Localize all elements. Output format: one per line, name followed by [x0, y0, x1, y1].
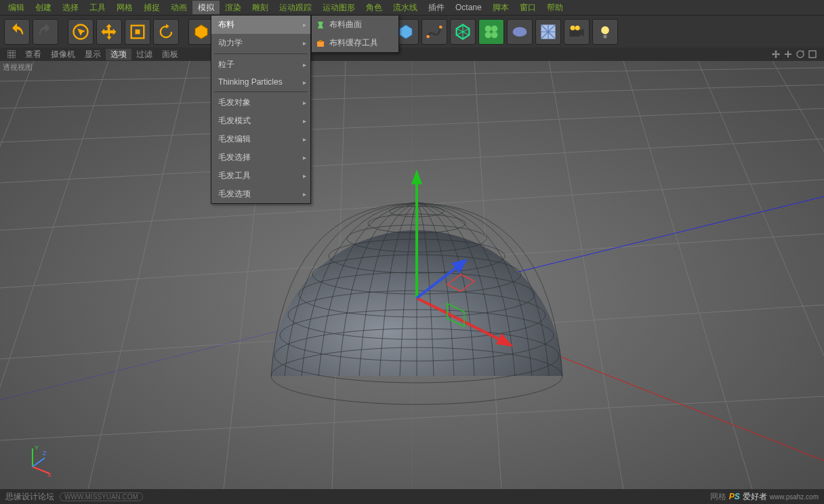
menu-plugins[interactable]: 插件 — [423, 1, 450, 14]
svg-point-18 — [575, 25, 580, 30]
zoom-view-icon[interactable] — [783, 49, 793, 59]
dd-hair-options[interactable]: 毛发选项 — [211, 185, 310, 203]
svg-point-14 — [513, 27, 527, 37]
move-tool[interactable] — [96, 19, 122, 45]
dd-hair-mode[interactable]: 毛发模式 — [211, 112, 310, 130]
svg-point-13 — [491, 32, 497, 38]
viewport-view[interactable]: 查看 — [20, 49, 46, 60]
menu-snap[interactable]: 捕捉 — [138, 1, 165, 14]
svg-point-12 — [485, 32, 491, 38]
dd-hair-objects[interactable]: 毛发对象 — [211, 93, 310, 112]
dd-separator — [214, 54, 308, 54]
dd-separator — [214, 91, 308, 92]
menu-sculpt[interactable]: 雕刻 — [247, 1, 274, 14]
navigation-gizmo[interactable]: Y X Z — [19, 443, 53, 477]
viewport-options[interactable]: 选项 — [106, 49, 131, 60]
dd-particles[interactable]: 粒子 — [211, 56, 310, 74]
footer-bar: 思缘设计论坛 WWW.MISSYUAN.COM 网格 PS 爱好者 www.ps… — [0, 489, 824, 504]
scale-tool[interactable] — [125, 19, 150, 45]
select-tool[interactable] — [68, 19, 94, 45]
menu-bar: 编辑 创建 选择 工具 网格 捕捉 动画 模拟 渲染 雕刻 运动跟踪 运动图形 … — [0, 0, 824, 15]
add-light-button[interactable] — [592, 19, 618, 45]
viewport-title: 透视视图 — [3, 62, 33, 72]
viewport-canvas — [0, 61, 824, 489]
menu-render[interactable]: 渲染 — [220, 1, 247, 14]
viewport-display[interactable]: 显示 — [80, 49, 106, 60]
menu-create[interactable]: 创建 — [30, 1, 57, 14]
footer-site-url: www.psahz.com — [770, 493, 819, 501]
dd-hair-tools[interactable]: 毛发工具 — [211, 167, 310, 185]
menu-window[interactable]: 窗口 — [514, 1, 541, 14]
main-toolbar — [0, 15, 824, 47]
add-camera-button[interactable] — [564, 19, 590, 45]
move-view-icon[interactable] — [771, 49, 781, 59]
simulate-dropdown: 布料 动力学 粒子 Thinking Particles 毛发对象 毛发模式 毛… — [211, 15, 311, 204]
svg-rect-22 — [809, 51, 816, 58]
dd-thinking-particles[interactable]: Thinking Particles — [211, 74, 310, 90]
add-environment-button[interactable] — [535, 19, 561, 45]
svg-point-17 — [571, 25, 575, 30]
menu-edit[interactable]: 编辑 — [3, 1, 30, 14]
menu-simulate[interactable]: 模拟 — [192, 1, 220, 14]
menu-script[interactable]: 脚本 — [487, 1, 514, 14]
svg-rect-2 — [136, 29, 140, 34]
svg-line-70 — [33, 458, 45, 467]
svg-point-11 — [491, 25, 497, 31]
add-mograph-button[interactable] — [478, 19, 504, 45]
viewport-menu-bar: 查看 摄像机 显示 选项 过滤 面板 — [0, 47, 824, 61]
menu-octane[interactable]: Octane — [450, 1, 487, 14]
svg-rect-24 — [319, 40, 322, 42]
menu-help[interactable]: 帮助 — [541, 1, 569, 14]
rotate-view-icon[interactable] — [796, 49, 805, 59]
menu-tracker[interactable]: 运动跟踪 — [274, 1, 317, 14]
footer-site-label: 爱好者 — [743, 491, 767, 503]
menu-select[interactable]: 选择 — [57, 1, 84, 14]
rotate-tool[interactable] — [153, 19, 179, 45]
footer-url: WWW.MISSYUAN.COM — [60, 492, 143, 501]
footer-grid-label: 网格 — [710, 491, 726, 503]
svg-text:Y: Y — [35, 444, 39, 451]
viewport-filter[interactable]: 过滤 — [131, 49, 157, 60]
add-generator-button[interactable] — [450, 19, 476, 45]
dd-cloth[interactable]: 布料 — [211, 16, 310, 34]
dd-hair-edit[interactable]: 毛发编辑 — [211, 130, 310, 148]
svg-rect-20 — [7, 50, 16, 58]
redo-button[interactable] — [33, 19, 58, 45]
menu-pipeline[interactable]: 流水线 — [388, 1, 423, 14]
viewport-cameras[interactable]: 摄像机 — [46, 49, 80, 60]
menu-tools[interactable]: 工具 — [84, 1, 111, 14]
viewport-panel[interactable]: 面板 — [157, 49, 183, 60]
dd-hair-select[interactable]: 毛发选择 — [211, 148, 310, 167]
add-deformer-button[interactable] — [507, 19, 533, 45]
svg-text:Z: Z — [43, 450, 47, 457]
viewport-3d[interactable] — [0, 61, 824, 489]
maximize-view-icon[interactable] — [808, 49, 817, 59]
undo-button[interactable] — [4, 19, 30, 45]
dd-dynamics[interactable]: 动力学 — [211, 34, 310, 52]
menu-mograph[interactable]: 运动图形 — [317, 1, 360, 14]
menu-mesh[interactable]: 网格 — [111, 1, 138, 14]
sm-cloth-surface[interactable]: 布料曲面 — [312, 16, 398, 34]
footer-forum-label: 思缘设计论坛 — [5, 491, 54, 503]
menu-character[interactable]: 角色 — [360, 1, 388, 14]
svg-rect-23 — [317, 41, 324, 47]
cloth-cache-icon — [316, 39, 325, 48]
sm-cloth-cache[interactable]: 布料缓存工具 — [312, 34, 398, 52]
viewport-grid-toggle[interactable] — [3, 50, 20, 58]
svg-point-19 — [601, 26, 609, 34]
cloth-submenu: 布料曲面 布料缓存工具 — [311, 15, 399, 53]
viewport-corner-controls — [771, 49, 821, 59]
svg-point-8 — [426, 35, 430, 38]
add-spline-button[interactable] — [421, 19, 447, 45]
cloth-surface-icon — [316, 20, 325, 30]
ps-logo: PS — [729, 492, 740, 501]
menu-animate[interactable]: 动画 — [165, 1, 192, 14]
svg-point-9 — [439, 25, 442, 28]
svg-point-10 — [485, 25, 491, 31]
svg-text:X: X — [47, 471, 52, 477]
